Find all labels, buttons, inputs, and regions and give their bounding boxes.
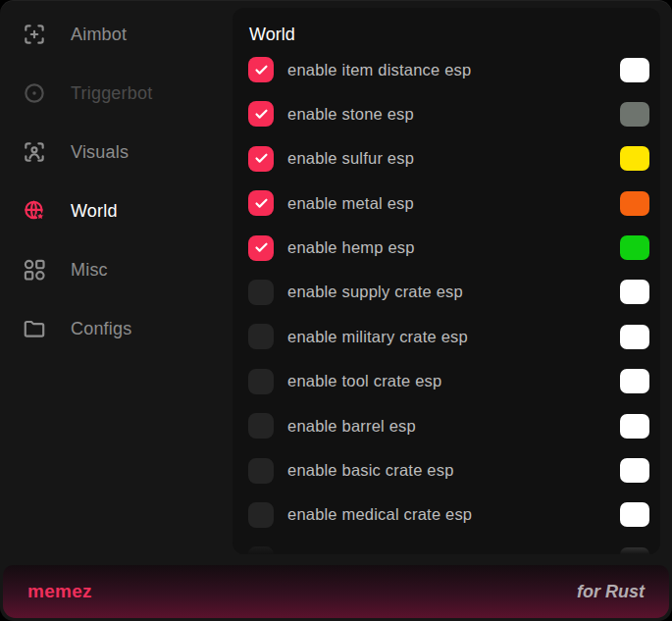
esp-checkbox[interactable] [248, 57, 274, 82]
esp-option-row: enable sulfur esp [248, 146, 649, 172]
esp-checkbox[interactable] [248, 280, 274, 305]
esp-checkbox[interactable] [248, 190, 274, 216]
esp-option-label: enable medical crate esp [287, 505, 620, 524]
checkmark-icon [254, 151, 269, 166]
esp-checkbox[interactable] [248, 369, 274, 394]
esp-color-swatch[interactable] [620, 458, 649, 483]
misc-grid-icon [22, 257, 47, 283]
sidebar-item-triggerbot[interactable]: Triggerbot [0, 64, 233, 123]
esp-option-label: enable item distance esp [287, 61, 620, 79]
esp-color-swatch[interactable] [620, 502, 649, 527]
esp-option-label: enable tool crate esp [287, 372, 620, 390]
options-list: enable item distance esp enable stone es… [233, 45, 660, 554]
esp-color-swatch[interactable] [620, 191, 649, 216]
footer-bar: memez for Rust [3, 565, 669, 618]
esp-option-label: enable basic crate esp [287, 461, 620, 480]
esp-checkbox[interactable] [248, 235, 274, 261]
esp-option-row: enable supply crate esp [248, 280, 649, 305]
sidebar-item-configs[interactable]: Configs [0, 299, 233, 358]
sidebar: Aimbot Triggerbot Visuals World Misc Con… [0, 0, 233, 358]
esp-option-label: enable metal esp [287, 194, 620, 213]
sidebar-item-visuals[interactable]: Visuals [0, 123, 233, 181]
sidebar-item-world[interactable]: World [0, 181, 233, 240]
esp-option-row: enable medical crate esp [248, 502, 649, 528]
esp-color-swatch[interactable] [620, 325, 649, 349]
esp-color-swatch[interactable] [620, 369, 649, 393]
sidebar-item-label: Visuals [71, 142, 129, 163]
esp-checkbox[interactable] [248, 458, 274, 484]
visuals-person-scan-icon [22, 139, 47, 165]
esp-checkbox[interactable] [248, 324, 274, 349]
sidebar-item-label: Misc [71, 260, 108, 281]
esp-option-row: enable hemp esp [248, 235, 649, 261]
esp-color-swatch[interactable] [620, 280, 649, 304]
esp-checkbox[interactable] [248, 413, 274, 439]
esp-option-row: enable tool crate esp [248, 369, 649, 394]
configs-folder-icon [22, 316, 47, 341]
esp-option-row: enable stone esp [248, 101, 649, 127]
esp-color-swatch[interactable] [620, 146, 649, 171]
esp-color-swatch[interactable] [620, 235, 649, 260]
brand-logo-text: memez [27, 581, 92, 602]
esp-checkbox[interactable] [248, 546, 274, 554]
cheat-menu-window: Aimbot Triggerbot Visuals World Misc Con… [0, 0, 672, 621]
esp-option-row: enable basic crate esp [248, 458, 649, 484]
world-globe-icon [22, 198, 47, 224]
esp-option-label: enable supply crate esp [287, 283, 620, 301]
aimbot-crosshair-icon [22, 22, 47, 47]
esp-color-swatch[interactable] [620, 58, 649, 82]
checkmark-icon [254, 107, 269, 122]
esp-option-label: enable sulfur esp [287, 149, 620, 168]
esp-option-row [248, 546, 649, 554]
esp-checkbox[interactable] [248, 502, 274, 528]
checkmark-icon [254, 196, 269, 211]
sidebar-item-aimbot[interactable]: Aimbot [0, 5, 233, 64]
esp-option-label: enable hemp esp [287, 238, 620, 257]
esp-color-swatch[interactable] [620, 102, 649, 127]
esp-option-row: enable barrel esp [248, 413, 649, 439]
esp-option-label: enable stone esp [287, 105, 620, 124]
esp-option-row: enable military crate esp [248, 324, 649, 349]
sidebar-item-label: Configs [71, 319, 131, 339]
world-settings-panel: World enable item distance esp enable st… [233, 8, 660, 554]
esp-checkbox[interactable] [248, 146, 274, 172]
esp-option-row: enable item distance esp [248, 57, 649, 82]
triggerbot-circle-icon [22, 80, 47, 106]
esp-option-row: enable metal esp [248, 190, 649, 216]
esp-color-swatch[interactable] [620, 547, 649, 554]
esp-checkbox[interactable] [248, 101, 274, 127]
page-title: World [233, 8, 660, 45]
checkmark-icon [254, 63, 269, 78]
footer-subtitle: for Rust [577, 582, 645, 602]
sidebar-item-label: Triggerbot [71, 83, 152, 104]
esp-option-label: enable barrel esp [287, 417, 620, 436]
checkmark-icon [254, 240, 269, 255]
sidebar-item-label: Aimbot [71, 25, 127, 45]
esp-color-swatch[interactable] [620, 414, 649, 439]
esp-option-label: enable military crate esp [287, 328, 620, 346]
sidebar-item-label: World [71, 201, 118, 222]
sidebar-item-misc[interactable]: Misc [0, 240, 233, 299]
